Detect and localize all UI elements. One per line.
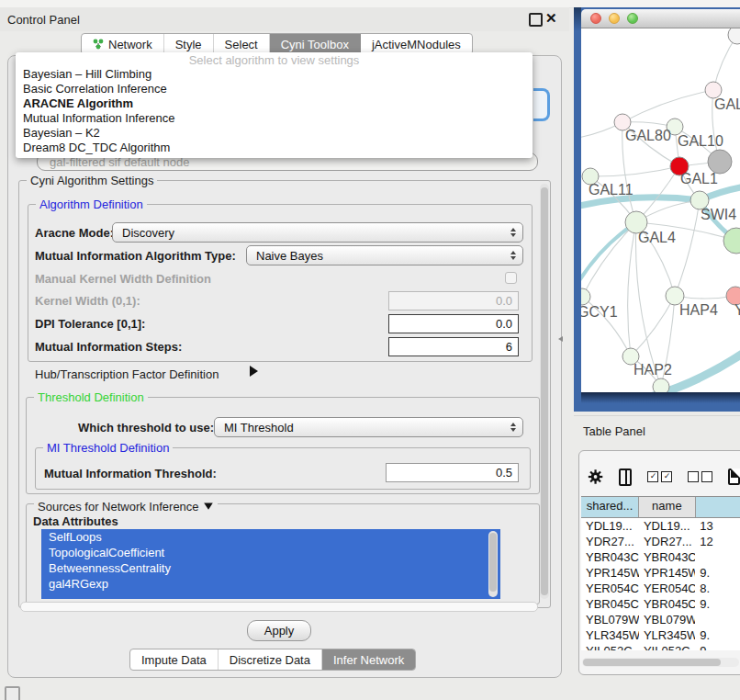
table-cell: YBR043C — [581, 549, 639, 565]
mi-type-label: Mutual Information Algorithm Type: — [35, 249, 236, 263]
control-panel-titlebar: Control Panel — [0, 7, 569, 31]
close-panel-icon[interactable]: ✕ — [545, 10, 557, 27]
tab-style[interactable]: Style — [164, 34, 214, 54]
float-panel-icon[interactable] — [529, 13, 543, 27]
which-threshold-combobox[interactable]: MI Threshold — [214, 417, 523, 437]
table-row[interactable]: YBL079WYBL079W — [581, 612, 740, 627]
dock-panel-icon[interactable] — [5, 686, 20, 700]
table-cell: YDL19... — [639, 518, 695, 534]
settings-scrollbar-thumb[interactable] — [541, 187, 548, 595]
column-header-name[interactable]: name — [639, 497, 696, 517]
checkbox-unchecked-icon — [688, 471, 699, 482]
mi-steps-input[interactable] — [388, 337, 519, 356]
table-cell: YPR145W — [639, 565, 695, 581]
mi-threshold-label: Mutual Information Threshold: — [44, 467, 217, 480]
file-icon[interactable] — [728, 469, 740, 485]
network-node-n-top[interactable] — [728, 28, 740, 44]
tab-cyni-toolbox[interactable]: Cyni Toolbox — [270, 34, 361, 54]
algorithm-option-mutual-information-inference[interactable]: Mutual Information Inference — [16, 111, 533, 126]
manual-kernel-label: Manual Kernel Width Definition — [35, 272, 211, 286]
unchecked-columns-icon[interactable] — [688, 471, 712, 482]
combo-spinner-icon — [510, 225, 522, 240]
table-panel-title: Table Panel — [583, 424, 645, 438]
tab-network[interactable]: Network — [82, 34, 164, 54]
columns-icon[interactable] — [619, 469, 632, 486]
table-row[interactable]: YBR045CYBR045C9. — [581, 596, 740, 612]
table-row[interactable]: YDL19...YDL19...13 — [581, 518, 740, 534]
node-label-hap2: HAP2 — [633, 362, 672, 378]
table-row[interactable]: YER054CYER054C8. — [581, 581, 740, 596]
tab-label: jActiveMNodules — [372, 38, 461, 51]
column-header-partial[interactable] — [696, 497, 740, 517]
tab-impute-data[interactable]: Impute Data — [130, 649, 219, 670]
manual-kernel-checkbox[interactable] — [505, 272, 517, 284]
apply-button-label: Apply — [264, 624, 295, 638]
network-canvas[interactable]: GALGAL80GAL10GAL1GAL11SWI4GAL4GCY1HAP4YH… — [581, 28, 740, 392]
attribute-item-gal4rgexp[interactable]: gal4RGexp — [41, 576, 500, 592]
attributes-scrollbar-thumb[interactable] — [489, 533, 497, 592]
table-cell: YBR043C — [639, 549, 695, 565]
network-node-n-bottom[interactable] — [653, 378, 669, 392]
network-frame-shade — [574, 7, 581, 31]
tab-select[interactable]: Select — [214, 34, 270, 54]
tab-label: Discretize Data — [230, 653, 310, 667]
which-threshold-value: MI Threshold — [215, 421, 510, 435]
table-row[interactable]: YLR345WYLR345W9. — [581, 627, 740, 643]
algorithm-option-basic-correlation-inference[interactable]: Basic Correlation Inference — [16, 82, 533, 96]
hub-expand-icon[interactable] — [250, 366, 263, 377]
network-window-titlebar[interactable] — [581, 9, 740, 28]
data-attributes-label: Data Attributes — [33, 514, 118, 528]
algorithm-option-bayesian-k2[interactable]: Bayesian – K2 — [16, 126, 533, 141]
algorithm-definition-title: Algorithm Definition — [36, 198, 147, 211]
table-cell: 12 — [695, 534, 740, 549]
attribute-item-topologicalcoefficient[interactable]: TopologicalCoefficient — [41, 545, 500, 560]
mi-type-combobox[interactable]: Naive Bayes — [246, 245, 523, 265]
dpi-tolerance-input[interactable] — [388, 314, 519, 333]
apply-button[interactable]: Apply — [247, 620, 311, 641]
window-minimize-button[interactable] — [609, 13, 620, 24]
gear-icon[interactable] — [588, 468, 603, 486]
node-label-gal80: GAL80 — [625, 128, 671, 143]
table-row[interactable]: YPR145WYPR145W9. — [581, 565, 740, 581]
column-header-shared[interactable]: shared... — [581, 497, 639, 517]
checkbox-checked-icon: ✓ — [661, 471, 672, 482]
settings-hscrollbar[interactable] — [20, 602, 538, 612]
aracne-mode-combobox[interactable]: Discovery — [112, 222, 523, 243]
table-row[interactable]: YBR043CYBR043C — [581, 549, 740, 565]
combo-spinner-icon — [510, 420, 522, 435]
combo-spinner-icon — [510, 248, 522, 263]
window-close-button[interactable] — [590, 13, 601, 24]
table-cell: 9. — [695, 643, 740, 650]
sources-collapse-icon[interactable] — [204, 503, 213, 514]
dpi-tolerance-label: DPI Tolerance [0,1]: — [35, 317, 145, 331]
kernel-width-input[interactable] — [388, 291, 519, 310]
mi-type-value: Naive Bayes — [247, 249, 510, 263]
algorithm-option-bayesian-hill-climbing[interactable]: Bayesian – Hill Climbing — [16, 67, 533, 82]
algorithm-option-list: Bayesian – Hill ClimbingBasic Correlatio… — [16, 67, 533, 155]
node-label-gal4: GAL4 — [638, 230, 676, 245]
network-frame-bottom-shade — [581, 392, 740, 403]
algorithm-option-dream8-dc-tdc-algorithm[interactable]: Dream8 DC_TDC Algorithm — [16, 141, 533, 155]
tab-jactivemnodules[interactable]: jActiveMNodules — [361, 34, 472, 54]
mi-threshold-input[interactable] — [386, 463, 519, 482]
application-root: Control Panel ✕ NetworkStyleSelectCyni T… — [0, 0, 740, 700]
table-cell: 13 — [695, 518, 740, 534]
checkbox-unchecked-icon — [701, 471, 712, 482]
thin-edge — [622, 90, 713, 122]
tab-infer-network[interactable]: Infer Network — [322, 649, 415, 670]
attribute-item-selfloops[interactable]: SelfLoops — [41, 529, 500, 545]
tab-discretize-data[interactable]: Discretize Data — [219, 649, 322, 670]
algorithm-option-aracne-algorithm[interactable]: ARACNE Algorithm — [16, 96, 533, 111]
tab-label: Impute Data — [141, 653, 207, 667]
table-row[interactable]: YDR27...YDR27...12 — [581, 534, 740, 549]
table-cell: YLR345W — [639, 627, 695, 643]
table-row[interactable]: YIL052CYIL052C9. — [581, 643, 740, 650]
window-zoom-button[interactable] — [627, 13, 638, 24]
panel-collapse-handle[interactable] — [555, 336, 563, 342]
attribute-item-betweennesscentrality[interactable]: BetweennessCentrality — [41, 560, 500, 576]
table-cell: 9. — [695, 565, 740, 581]
which-threshold-label: Which threshold to use: — [78, 421, 214, 435]
thin-edge — [628, 222, 636, 356]
checked-columns-icon[interactable]: ✓ ✓ — [647, 471, 672, 482]
table-hscrollbar-thumb[interactable] — [583, 659, 721, 666]
